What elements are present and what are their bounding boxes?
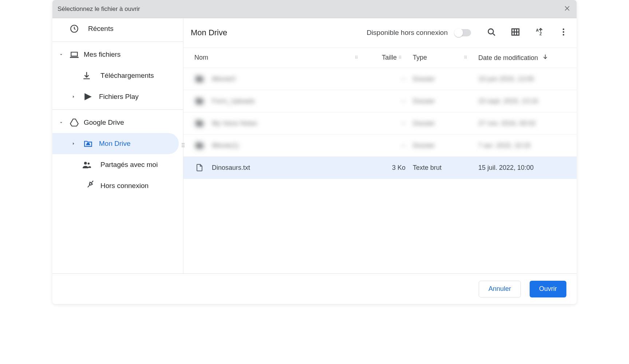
table-row[interactable]: iMovie(1)--Dossier7 avr. 2015, 10:15 [183,135,577,157]
column-header-name[interactable]: Nom [183,48,365,68]
main-pane: Mon Drive Disponible hors connexion AZ [183,18,577,273]
svg-point-28 [355,57,356,57]
column-header-modified[interactable]: Date de modification [475,48,577,68]
table-row[interactable]: Dinosaurs.txt3 KoTexte brut15 juil. 2022… [183,157,577,179]
column-label: Date de modification [478,54,538,61]
divider [52,109,183,110]
cancel-button[interactable]: Annuler [479,281,521,297]
sidebar-item-label: Téléchargements [100,72,154,80]
pin-icon [82,181,92,191]
file-type: Dossier [409,112,475,135]
svg-point-42 [464,58,465,59]
file-type: Dossier [409,135,475,157]
column-label: Type [413,54,427,61]
file-size: -- [365,135,409,157]
table-row[interactable]: Form_Uploads--Dossier23 sept. 2015, 13:1… [183,90,577,112]
svg-point-41 [466,57,467,57]
open-button[interactable]: Ouvrir [530,281,566,297]
file-modified: 15 juil. 2022, 10:00 [475,157,577,179]
sidebar-item-my-drive[interactable]: Mon Drive [52,133,179,154]
sidebar-item-my-files[interactable]: Mes fichiers [52,44,179,65]
dialog-footer: Annuler Ouvrir [52,273,577,304]
button-label: Ouvrir [539,285,557,293]
file-list: Nom Taille Type [183,47,577,273]
svg-point-27 [357,56,357,56]
file-table: Nom Taille Type [183,47,577,179]
sidebar-item-label: Récents [88,25,114,33]
sidebar-item-offline[interactable]: Hors connexion [52,175,179,196]
divider [52,41,183,42]
svg-point-30 [355,58,356,59]
button-label: Annuler [488,285,511,293]
download-icon [82,71,92,81]
drive-icon [69,117,79,128]
file-type: Dossier [409,68,475,90]
search-button[interactable] [486,27,497,39]
column-drag-icon [462,54,469,60]
svg-point-6 [84,162,87,165]
svg-point-39 [466,56,467,56]
svg-point-26 [355,56,356,56]
offline-toggle-label: Disponible hors connexion [367,29,448,37]
sidebar-item-label: Mon Drive [99,140,131,148]
sidebar-item-recents[interactable]: Récents [52,18,179,39]
grid-icon [511,27,520,38]
file-type: Texte brut [409,157,475,179]
sidebar: Récents Mes fichiers Téléchargements Fic… [52,18,183,273]
sidebar-item-shared[interactable]: Partagés avec moi [52,154,179,175]
svg-point-37 [400,58,401,59]
file-size: -- [365,90,409,112]
svg-marker-4 [70,119,78,126]
svg-line-15 [493,33,495,35]
offline-toggle[interactable] [455,29,471,36]
close-button[interactable] [563,5,571,13]
svg-point-23 [563,28,564,30]
column-header-type[interactable]: Type [409,48,475,68]
column-header-size[interactable]: Taille [365,48,409,68]
view-grid-button[interactable] [510,27,521,39]
table-row[interactable]: My Voice Notes--Dossier27 nov. 2016, 00:… [183,112,577,135]
file-modified: 23 sept. 2015, 13:16 [475,90,577,112]
file-name: Dinosaurs.txt [212,164,250,172]
svg-point-8 [182,143,183,144]
svg-point-32 [399,56,400,56]
svg-point-14 [488,29,493,34]
file-size: -- [365,68,409,90]
sort-button[interactable]: AZ [534,27,545,39]
search-icon [487,27,496,38]
svg-point-10 [182,145,183,145]
sidebar-item-label: Mes fichiers [84,51,120,59]
svg-rect-3 [70,57,79,58]
people-icon [82,160,92,170]
svg-point-34 [399,57,400,57]
column-label: Nom [194,54,208,61]
folder-icon [194,118,205,128]
file-name: Form_Uploads [212,97,255,105]
chevron-right-icon [70,141,77,146]
sidebar-item-label: Hors connexion [100,182,149,190]
file-size: 3 Ko [365,157,409,179]
file-picker-dialog: Sélectionnez le fichier à ouvrir Récents… [52,0,577,304]
table-row[interactable]: iMovieO--Dossier10 juin 2015, 13:00 [183,68,577,90]
sidebar-item-play-files[interactable]: Fichiers Play [52,86,179,107]
sort-descending-icon [542,53,549,61]
svg-point-12 [182,146,183,147]
file-modified: 10 juin 2015, 13:00 [475,68,577,90]
sidebar-item-downloads[interactable]: Téléchargements [52,65,179,86]
chevron-down-icon [58,120,65,125]
file-modified: 27 nov. 2016, 00:02 [475,112,577,135]
file-icon [194,163,205,173]
folder-drive-icon [83,139,93,149]
sidebar-item-google-drive[interactable]: Google Drive [52,112,179,133]
sidebar-item-label: Google Drive [84,119,124,127]
file-name: iMovie(1) [212,142,239,149]
svg-point-24 [563,31,564,33]
svg-point-38 [464,56,465,56]
file-size: -- [365,112,409,135]
sort-az-icon: AZ [535,27,544,38]
svg-point-33 [400,56,401,56]
more-options-button[interactable] [558,27,569,39]
dialog-title: Sélectionnez le fichier à ouvrir [58,5,140,13]
column-drag-icon [353,54,360,60]
toggle-knob [454,28,463,37]
